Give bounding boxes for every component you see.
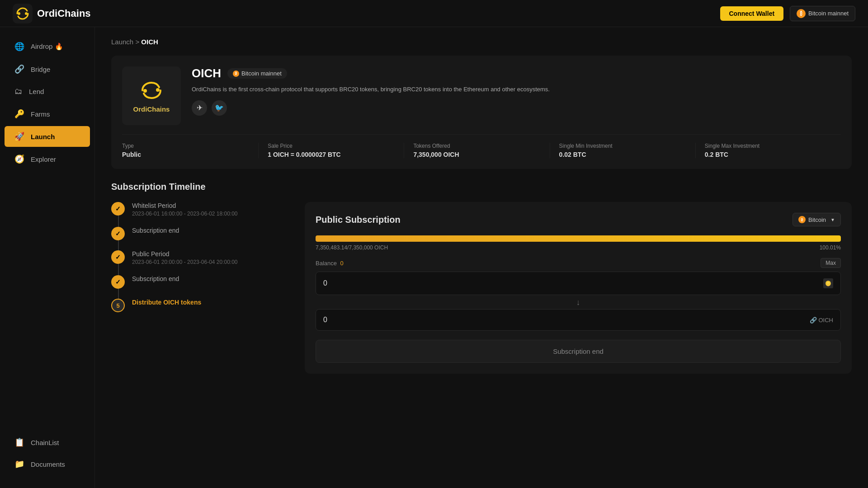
balance-info: Balance 0 xyxy=(316,260,344,267)
sidebar-label-airdrop: Airdrop 🔥 xyxy=(31,42,63,51)
project-description: OrdiChains is the first cross-chain prot… xyxy=(192,85,841,94)
progress-bar-fill xyxy=(316,235,841,242)
sidebar-label-documents: Documents xyxy=(31,460,65,468)
stat-single-max-value: 0.2 BTC xyxy=(705,151,832,158)
stat-type-value: Public xyxy=(122,151,249,158)
timeline-label-whitelist: Whitelist Period xyxy=(132,202,238,209)
project-header: OrdiChains OICH ₿ Bitcoin mainnet OrdiCh… xyxy=(122,66,841,125)
stat-type-label: Type xyxy=(122,143,249,149)
social-icons: ✈ 🐦 xyxy=(192,100,841,116)
bridge-icon: 🔗 xyxy=(14,64,24,74)
connect-wallet-button[interactable]: Connect Wallet xyxy=(720,6,784,21)
sidebar-item-explorer[interactable]: 🧭 Explorer xyxy=(5,149,90,169)
timeline-content-distribute: Distribute OICH tokens xyxy=(132,299,201,306)
svg-point-1 xyxy=(18,12,20,15)
oich-input-box: 0 🔗 OICH xyxy=(316,309,841,331)
documents-icon: 📁 xyxy=(14,459,24,469)
btc-token-icon: 🪙 xyxy=(823,278,833,288)
breadcrumb-current: OICH xyxy=(141,38,158,46)
sidebar-label-lend: Lend xyxy=(29,88,44,95)
timeline-dot-sub-end-1 xyxy=(111,227,125,240)
oich-input-value: 0 xyxy=(323,316,327,324)
project-title: OICH xyxy=(192,66,221,80)
sidebar-label-farms: Farms xyxy=(31,110,50,118)
network-badge: ₿ Bitcoin mainnet xyxy=(790,6,855,21)
timeline-item-public-period: Public Period 2023-06-01 20:00:00 - 2023… xyxy=(111,250,292,265)
sidebar-item-lend[interactable]: 🗂 Lend xyxy=(5,81,90,102)
project-logo-name: OrdiChains xyxy=(133,105,170,113)
breadcrumb: Launch > OICH xyxy=(111,38,852,46)
breadcrumb-separator: > xyxy=(135,38,141,46)
sidebar-item-farms[interactable]: 🔑 Farms xyxy=(5,103,90,124)
sidebar: 🌐 Airdrop 🔥 🔗 Bridge 🗂 Lend 🔑 Farms 🚀 La… xyxy=(0,27,95,488)
oich-token-label: 🔗 OICH xyxy=(810,317,834,324)
timeline-dot-sub-end-2 xyxy=(111,275,125,289)
timeline-date-public-period: 2023-06-01 20:00:00 - 2023-06-04 20:00:0… xyxy=(132,259,238,265)
currency-select[interactable]: ₿ Bitcoin ▼ xyxy=(793,213,841,226)
swap-arrow-icon: ↓ xyxy=(316,298,841,307)
launch-icon: 🚀 xyxy=(14,131,24,141)
stat-sale-price-label: Sale Price xyxy=(268,143,395,149)
sidebar-item-documents[interactable]: 📁 Documents xyxy=(5,454,90,474)
timeline-content-sub-end-2: Subscription end xyxy=(132,275,179,282)
btc-input-box: 0 🪙 xyxy=(316,272,841,295)
timeline-item-sub-end-1: Subscription end xyxy=(111,227,292,240)
explorer-icon: 🧭 xyxy=(14,154,24,164)
stat-tokens-offered: Tokens Offered 7,350,000 OICH xyxy=(404,143,550,158)
subscription-header: Public Subscription ₿ Bitcoin ▼ xyxy=(316,213,841,226)
logo-icon xyxy=(13,4,33,23)
timeline-content-whitelist: Whitelist Period 2023-06-01 16:00:00 - 2… xyxy=(132,202,238,217)
max-button[interactable]: Max xyxy=(821,258,841,268)
timeline-label-sub-end-1: Subscription end xyxy=(132,227,179,234)
subscription-title: Public Subscription xyxy=(316,215,401,225)
project-title-row: OICH ₿ Bitcoin mainnet xyxy=(192,66,841,80)
progress-labels: 7,350,483.14/7,350,000 OICH 100.01% xyxy=(316,244,841,251)
sidebar-label-chainlist: ChainList xyxy=(31,439,59,446)
sidebar-item-launch[interactable]: 🚀 Launch xyxy=(5,126,90,147)
bottom-section: Whitelist Period 2023-06-01 16:00:00 - 2… xyxy=(111,202,852,374)
timeline-content-public-period: Public Period 2023-06-01 20:00:00 - 2023… xyxy=(132,250,238,265)
progress-pct-label: 100.01% xyxy=(820,244,841,251)
sidebar-bottom: 📋 ChainList 📁 Documents xyxy=(0,431,94,480)
telegram-button[interactable]: ✈ xyxy=(192,100,207,116)
currency-label: Bitcoin xyxy=(808,216,826,223)
svg-point-3 xyxy=(143,89,147,93)
topbar-right: Connect Wallet ₿ Bitcoin mainnet xyxy=(720,6,856,21)
timeline-item-whitelist: Whitelist Period 2023-06-01 16:00:00 - 2… xyxy=(111,202,292,217)
project-logo-box: OrdiChains xyxy=(122,66,181,125)
btc-input-value: 0 xyxy=(323,279,327,287)
timeline-date-whitelist: 2023-06-01 16:00:00 - 2023-06-02 18:00:0… xyxy=(132,211,238,217)
sidebar-item-airdrop[interactable]: 🌐 Airdrop 🔥 xyxy=(5,36,90,57)
chevron-down-icon: ▼ xyxy=(830,217,835,222)
subscription-end-button[interactable]: Subscription end xyxy=(316,340,841,363)
balance-value: 0 xyxy=(340,260,344,267)
timeline-column: Whitelist Period 2023-06-01 16:00:00 - 2… xyxy=(111,202,292,374)
timeline-item-distribute: 5 Distribute OICH tokens xyxy=(111,299,292,312)
stat-tokens-offered-value: 7,350,000 OICH xyxy=(413,151,540,158)
sidebar-label-launch: Launch xyxy=(31,133,55,141)
logo-area: OrdiChains xyxy=(13,4,91,23)
twitter-button[interactable]: 🐦 xyxy=(212,100,227,116)
sidebar-item-bridge[interactable]: 🔗 Bridge xyxy=(5,59,90,80)
stat-single-min-label: Single Min Investment xyxy=(559,143,686,149)
progress-bar-background xyxy=(316,235,841,242)
project-logo-svg xyxy=(138,79,165,102)
topbar: OrdiChains Connect Wallet ₿ Bitcoin main… xyxy=(0,0,868,27)
svg-rect-0 xyxy=(13,4,33,23)
farms-icon: 🔑 xyxy=(14,109,24,119)
chainlist-icon: 📋 xyxy=(14,437,24,447)
link-icon: 🔗 xyxy=(810,317,817,324)
subscription-timeline-title: Subscription Timeline xyxy=(111,182,852,192)
timeline-dot-public-period xyxy=(111,250,125,264)
svg-point-4 xyxy=(156,88,160,92)
timeline-dot-whitelist xyxy=(111,202,125,216)
stat-single-min: Single Min Investment 0.02 BTC xyxy=(550,143,696,158)
airdrop-icon: 🌐 xyxy=(14,42,24,52)
timeline-dot-distribute: 5 xyxy=(111,299,125,312)
timeline-label-public-period: Public Period xyxy=(132,250,238,258)
sidebar-item-chainlist[interactable]: 📋 ChainList xyxy=(5,432,90,453)
lend-icon: 🗂 xyxy=(14,87,23,96)
currency-dot-icon: ₿ xyxy=(798,216,806,223)
svg-point-2 xyxy=(25,12,28,15)
stat-single-max: Single Max Investment 0.2 BTC xyxy=(696,143,841,158)
